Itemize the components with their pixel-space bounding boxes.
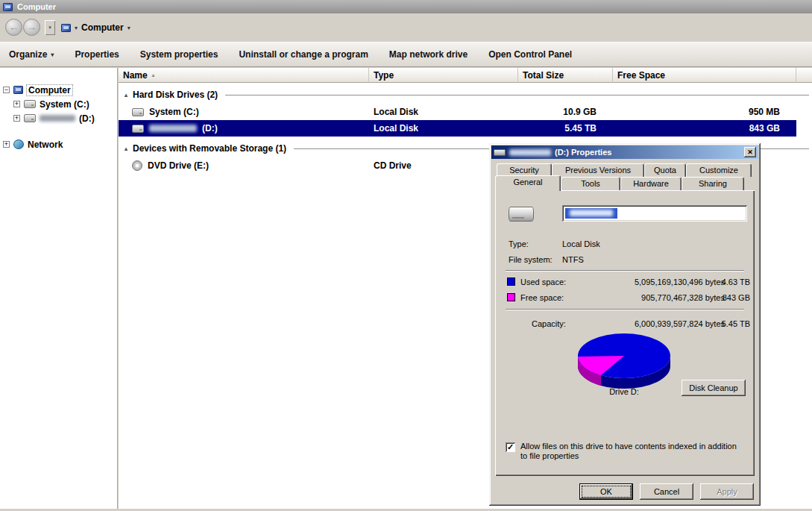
dvd-disc-icon [132,160,142,171]
drive-properties-dialog: (D:) Properties ✕ Security Previous Vers… [489,143,761,506]
collapse-group-icon[interactable]: ▴ [125,145,128,152]
tree-item-drive-d[interactable]: + (D:) [0,111,117,125]
list-row-system-c[interactable]: System (C:) Local Disk 10.9 GB 950 MB [119,104,796,120]
row-name: DVD Drive (E:) [148,160,209,171]
capacity-label: Capacity: [532,319,566,328]
free-space-size: 843 GB [704,293,750,302]
breadcrumb-computer[interactable]: Computer [81,22,124,33]
forward-arrow-icon: → [27,22,37,33]
breadcrumb[interactable]: ▾ Computer ▾ [61,19,130,37]
name-cell: System (C:) [119,107,369,117]
expand-icon[interactable]: + [13,115,20,122]
ok-button[interactable]: OK [579,483,633,500]
system-properties-label: System properties [140,49,218,60]
forward-button[interactable]: → [23,19,40,36]
name-cell: DVD Drive (E:) [119,160,369,171]
capacity-size: 5.45 TB [704,319,750,328]
organize-label: Organize [9,49,47,60]
list-row-drive-d-selected[interactable]: (D:) Local Disk 5.45 TB 843 GB [119,120,796,137]
column-header-name[interactable]: Name ▴ [119,68,369,83]
uninstall-program-label: Uninstall or change a program [239,49,368,60]
column-type-label: Type [374,70,394,81]
sort-ascending-icon: ▴ [152,72,155,78]
total-size-cell: 5.45 TB [518,123,613,134]
hard-drive-icon [24,100,36,108]
collapse-icon[interactable]: − [3,87,10,93]
volume-label-input[interactable] [562,205,747,222]
dialog-titlebar[interactable]: (D:) Properties ✕ [491,145,758,159]
window-titlebar[interactable]: Computer [0,0,812,13]
apply-button-disabled[interactable]: Apply [700,483,754,500]
column-total-size-label: Total Size [523,70,564,81]
tab-quota[interactable]: Quota [644,163,686,177]
organize-button[interactable]: Organize ▾ [9,49,54,60]
separator [506,309,744,310]
column-header-filler [796,68,812,83]
tab-previous-versions[interactable]: Previous Versions [552,163,644,177]
group-hard-disk-drives[interactable]: ▴ Hard Disk Drives (2) [119,89,809,101]
tab-sharing[interactable]: Sharing [682,177,744,190]
expand-icon[interactable]: + [13,101,20,107]
network-icon [13,139,24,149]
computer-icon [3,3,13,11]
tree-label-system-c[interactable]: System (C:) [40,99,89,110]
properties-button[interactable]: Properties [75,49,119,60]
indexing-option-row: ✓ Allow files on this drive to have cont… [506,442,749,461]
column-header-free-space[interactable]: Free Space [613,68,796,83]
chevron-down-icon: ▾ [48,25,51,30]
tree-item-computer[interactable]: − Computer [0,83,117,97]
tree-label-network[interactable]: Network [28,139,63,150]
row-name: System (C:) [149,107,199,117]
redacted-drive-name [509,149,551,156]
map-network-drive-button[interactable]: Map network drive [389,49,468,60]
redacted-drive-name [40,115,75,122]
tab-hardware[interactable]: Hardware [620,177,682,190]
hard-drive-icon [494,149,506,156]
tree-item-system-c[interactable]: + System (C:) [0,97,117,111]
row-name: (D:) [202,123,218,134]
cancel-button[interactable]: Cancel [640,483,693,500]
navigation-bar: ← → ▾ ▾ Computer ▾ [0,13,812,42]
used-space-label: Used space: [520,278,566,286]
used-space-row: Used space: 5,095,169,130,496 bytes 4.63… [495,278,755,288]
pie-chart-label: Drive D: [576,387,673,396]
name-cell: (D:) [119,123,369,134]
free-space-cell: 843 GB [613,123,796,134]
redacted-volume-label [570,210,613,216]
redacted-drive-name [149,125,197,132]
close-button[interactable]: ✕ [744,147,756,157]
hard-drive-icon [132,108,144,116]
system-properties-button[interactable]: System properties [140,49,218,60]
uninstall-program-button[interactable]: Uninstall or change a program [239,49,368,60]
tree-item-network[interactable]: + Network [0,137,117,151]
index-contents-checkbox[interactable]: ✓ [506,442,515,452]
tab-tools[interactable]: Tools [561,177,620,190]
column-name-label: Name [123,70,148,81]
collapse-group-icon[interactable]: ▴ [125,92,128,98]
used-space-size: 4.63 TB [704,278,750,286]
explorer-window: Computer ← → ▾ ▾ Computer ▾ Organize ▾ P… [0,0,812,511]
chevron-down-icon[interactable]: ▾ [128,25,130,31]
tab-general[interactable]: General [495,175,561,191]
column-header-total-size[interactable]: Total Size [518,68,613,83]
disk-cleanup-button[interactable]: Disk Cleanup [682,380,746,396]
tree-label-computer[interactable]: Computer [27,85,72,95]
back-button[interactable]: ← [5,19,22,36]
open-control-panel-button[interactable]: Open Control Panel [488,49,572,60]
type-cell: Local Disk [369,123,518,134]
chevron-down-icon[interactable]: ▾ [75,25,78,31]
tab-customize[interactable]: Customize [686,163,752,177]
expand-icon[interactable]: + [3,141,10,148]
column-header-type[interactable]: Type [369,68,518,83]
recent-pages-dropdown[interactable]: ▾ [45,20,55,35]
free-space-label: Free space: [520,293,564,302]
properties-label: Properties [75,49,119,60]
tree-label-drive-d[interactable]: (D:) [79,113,95,124]
column-free-space-label: Free Space [617,70,665,81]
used-space-bytes: 5,095,169,130,496 bytes [577,278,725,286]
column-headers: Name ▴ Type Total Size Free Space [119,68,812,83]
dialog-title: (D:) Properties [555,148,611,157]
close-icon: ✕ [747,148,753,156]
computer-icon [61,24,71,32]
free-space-bytes: 905,770,467,328 bytes [577,293,725,302]
